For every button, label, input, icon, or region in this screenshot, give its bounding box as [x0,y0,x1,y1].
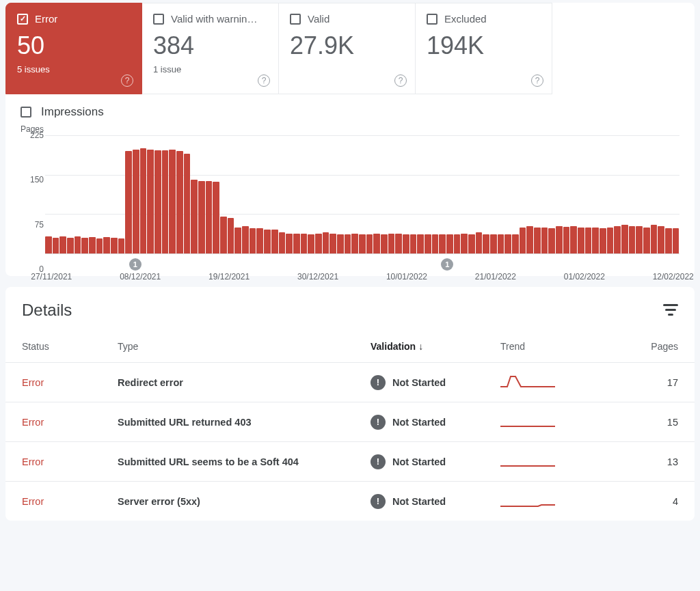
chart-marker[interactable]: 1 [441,258,453,271]
chart-bar[interactable] [425,234,431,253]
chart-bar[interactable] [526,226,533,253]
chart-bar[interactable] [520,228,526,253]
chart-bar[interactable] [578,228,584,253]
tab-valid-with-warnin-[interactable]: Valid with warnin… 384 1 issue ? [142,3,279,94]
tab-excluded[interactable]: Excluded 194K ? [416,3,552,94]
chart-bar[interactable] [81,238,88,253]
chart-bar[interactable] [643,228,650,253]
chart-bar[interactable] [388,234,395,253]
chart-bar[interactable] [665,228,672,253]
chart-bar[interactable] [53,238,59,253]
chart-bar[interactable] [140,148,147,253]
chart-bar[interactable] [439,234,446,253]
tab-checkbox[interactable] [17,14,28,25]
chart-bar[interactable] [512,234,519,253]
chart-bar[interactable] [96,238,103,253]
chart-bar[interactable] [301,234,308,253]
chart-bar[interactable] [271,230,278,253]
chart-bar[interactable] [206,181,213,253]
chart-bar[interactable] [658,226,664,253]
chart-bar[interactable] [169,150,176,253]
chart-bar[interactable] [461,234,468,253]
chart-bar[interactable] [147,150,154,253]
table-row[interactable]: Error Redirect error ! Not Started 17 [5,362,695,402]
table-row[interactable]: Error Submitted URL returned 403 ! Not S… [5,402,695,441]
chart-bar[interactable] [293,234,300,253]
chart-bar[interactable] [337,234,344,253]
chart-bar[interactable] [673,228,679,253]
chart-bar[interactable] [381,234,388,253]
chart-bar[interactable] [570,226,577,253]
chart-bar[interactable] [286,234,293,253]
chart-bar[interactable] [118,238,125,253]
chart-bar[interactable] [607,228,614,253]
tab-checkbox[interactable] [290,14,301,25]
col-trend[interactable]: Trend [500,341,617,352]
chart-bar[interactable] [133,150,139,253]
chart-bar[interactable] [563,227,570,253]
chart-bar[interactable] [359,234,366,253]
chart-bar[interactable] [468,234,475,253]
chart-bar[interactable] [89,237,96,253]
help-icon[interactable]: ? [258,74,270,87]
chart-bar[interactable] [323,232,329,253]
chart-bar[interactable] [395,234,402,253]
table-row[interactable]: Error Submitted URL seems to be a Soft 4… [5,441,695,481]
chart-bar[interactable] [154,150,161,253]
chart-bar[interactable] [600,228,606,253]
chart-bar[interactable] [213,182,219,253]
chart-bar[interactable] [592,228,599,253]
chart-bar[interactable] [45,236,52,253]
chart-bar[interactable] [446,234,453,253]
col-validation[interactable]: Validation ↓ [371,341,500,352]
col-type[interactable]: Type [118,341,371,352]
chart-bar[interactable] [366,234,373,253]
table-row[interactable]: Error Server error (5xx) ! Not Started 4 [5,481,695,521]
chart-bar[interactable] [103,237,110,253]
chart-bar[interactable] [585,228,592,253]
help-icon[interactable]: ? [394,74,407,87]
chart-bar[interactable] [315,234,322,253]
chart-bar[interactable] [651,225,658,253]
chart-bar[interactable] [614,226,621,253]
chart-bar[interactable] [454,234,461,253]
chart-bar[interactable] [345,234,351,253]
chart-bar[interactable] [198,181,205,253]
chart-bar[interactable] [476,232,483,253]
tab-checkbox[interactable] [427,14,438,25]
help-icon[interactable]: ? [531,74,543,87]
chart-bar[interactable] [621,225,628,253]
chart-bar[interactable] [541,228,548,253]
chart-bar[interactable] [125,151,132,253]
chart-bar[interactable] [256,228,263,253]
chart-bar[interactable] [162,150,169,253]
chart-bar[interactable] [490,234,497,253]
chart-bar[interactable] [432,234,439,253]
chart-bar[interactable] [636,226,643,253]
chart-bar[interactable] [308,234,314,253]
chart-bar[interactable] [483,234,489,253]
chart-bar[interactable] [234,228,241,253]
chart-bar[interactable] [59,236,66,253]
col-pages[interactable]: Pages [617,341,678,352]
filter-icon[interactable] [663,304,678,316]
chart-bar[interactable] [279,232,286,253]
chart-bar[interactable] [329,234,336,253]
chart-bar[interactable] [242,226,249,253]
chart-bar[interactable] [373,234,380,253]
chart-bar[interactable] [176,151,183,253]
chart-marker[interactable]: 1 [129,258,142,271]
chart-bar[interactable] [191,180,198,253]
chart-bar[interactable] [556,226,563,253]
chart-bar[interactable] [351,234,358,253]
chart-bar[interactable] [504,234,511,253]
chart-bar[interactable] [534,228,541,253]
chart-bar[interactable] [228,218,234,253]
chart-bar[interactable] [184,154,191,253]
chart-bar[interactable] [67,238,74,253]
chart-bar[interactable] [498,234,504,253]
chart-bar[interactable] [410,234,417,253]
chart-bar[interactable] [250,228,256,253]
impressions-checkbox[interactable] [21,107,31,118]
chart-bar[interactable] [111,238,118,253]
